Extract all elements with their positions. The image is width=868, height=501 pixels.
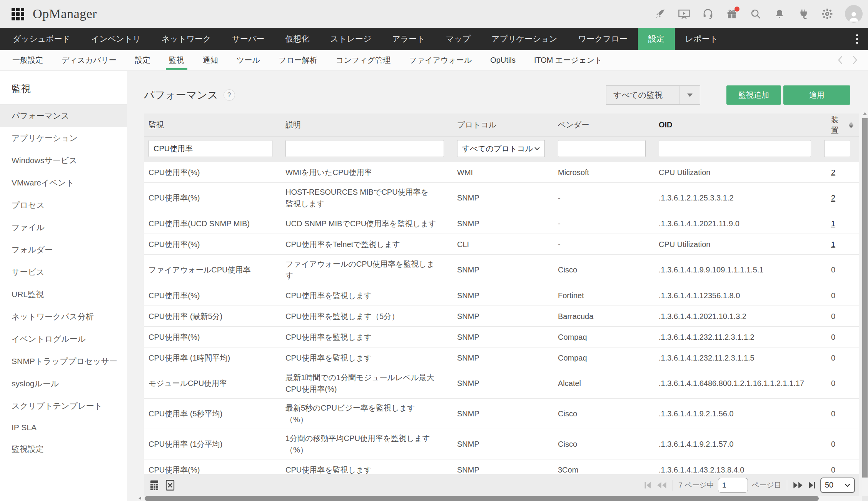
scroll-left-icon[interactable]: [139, 497, 141, 500]
plug-icon[interactable]: [797, 8, 810, 20]
sidebar-item[interactable]: 監視設定: [0, 438, 127, 460]
export-report-icon[interactable]: [149, 479, 159, 491]
subnav-item[interactable]: ディスカバリー: [52, 50, 126, 70]
subnav-item[interactable]: ITOM エージェント: [525, 50, 612, 70]
rocket-icon[interactable]: [654, 8, 666, 20]
table-row[interactable]: モジュールCPU使用率最新1時間での1分間モジュールレベル最大CPU使用率(%)…: [144, 368, 859, 399]
presentation-icon[interactable]: [678, 8, 690, 20]
devices-count-link[interactable]: 1: [831, 219, 835, 228]
search-icon[interactable]: [749, 8, 762, 20]
sidebar-item[interactable]: プロセス: [0, 194, 127, 216]
sort-icon[interactable]: [849, 122, 853, 128]
sidebar-item[interactable]: URL監視: [0, 283, 127, 306]
scroll-up-icon[interactable]: [863, 112, 867, 115]
subnav-item[interactable]: フロー解析: [269, 50, 327, 70]
sidebar-item[interactable]: SNMPトラッププロセッサー: [0, 350, 127, 372]
subnav-item[interactable]: ツール: [227, 50, 269, 70]
cell-text: UCD SNMP MIBでCPU使用率を監視します: [285, 219, 436, 228]
nav-item[interactable]: マップ: [436, 28, 481, 50]
headset-icon[interactable]: [702, 8, 714, 20]
sidebar-item[interactable]: フォルダー: [0, 239, 127, 261]
app-grid-icon[interactable]: [12, 8, 24, 20]
table-row[interactable]: CPU使用率(%)CPU使用率を監視しますSNMPCompaq.1.3.6.1.…: [144, 327, 859, 347]
column-header-oid[interactable]: OID: [654, 120, 820, 129]
column-header-description[interactable]: 説明: [281, 120, 452, 130]
table-row[interactable]: CPU使用率(%)CPU使用率を監視しますSNMPFortinet.1.3.6.…: [144, 285, 859, 306]
sidebar-item[interactable]: Windowsサービス: [0, 149, 127, 172]
last-page-icon[interactable]: [807, 481, 816, 490]
export-excel-icon[interactable]: [165, 479, 175, 491]
column-header-protocol[interactable]: プロトコル: [452, 120, 553, 130]
page-number-input[interactable]: [718, 478, 748, 493]
sidebar-item[interactable]: アプリケーション: [0, 127, 127, 149]
nav-item[interactable]: インベントリ: [81, 28, 151, 50]
nav-item[interactable]: 設定: [638, 28, 675, 50]
devices-count-link[interactable]: 1: [831, 240, 835, 249]
sidebar-item[interactable]: パフォーマンス: [0, 105, 127, 127]
monitor-scope-select[interactable]: すべての監視: [606, 85, 700, 105]
table-row[interactable]: CPU使用率 (1時間平均)CPU使用率を監視しますSNMPCompaq.1.3…: [144, 347, 859, 368]
column-header-monitor[interactable]: 監視: [144, 120, 281, 130]
description-filter-input[interactable]: [285, 140, 444, 157]
prev-page-icon[interactable]: [656, 481, 667, 490]
vendor-filter-input[interactable]: [558, 140, 646, 157]
more-menu-icon[interactable]: [846, 28, 868, 50]
nav-item[interactable]: アプリケーション: [481, 28, 568, 50]
horizontal-scrollbar[interactable]: [137, 496, 862, 501]
column-header-devices[interactable]: 装置: [820, 115, 859, 135]
protocol-filter-select[interactable]: すべてのプロトコル: [457, 140, 545, 157]
subnav-item[interactable]: 一般設定: [3, 50, 52, 70]
subnav-item[interactable]: 設定: [126, 50, 160, 70]
add-monitor-button[interactable]: 監視追加: [726, 85, 781, 105]
table-row[interactable]: ファイアウォールCPU使用率ファイアウォールのCPU使用率を監視しますSNMPC…: [144, 255, 859, 285]
gift-icon[interactable]: [726, 8, 738, 20]
sidebar-item[interactable]: イベントログルール: [0, 328, 127, 350]
sidebar-item[interactable]: ファイル: [0, 216, 127, 239]
nav-item[interactable]: ダッシュボード: [2, 28, 81, 50]
nav-item[interactable]: ストレージ: [320, 28, 382, 50]
sidebar-item[interactable]: IP SLA: [0, 417, 127, 438]
nav-item[interactable]: レポート: [675, 28, 728, 50]
apply-button[interactable]: 適用: [783, 85, 850, 105]
devices-count-link[interactable]: 2: [831, 194, 835, 202]
monitor-filter-input[interactable]: [149, 140, 272, 157]
sidebar-item[interactable]: syslogルール: [0, 372, 127, 395]
sidebar-item[interactable]: スクリプトテンプレート: [0, 395, 127, 417]
subnav-next-icon[interactable]: [852, 55, 858, 65]
table-row[interactable]: CPU使用率 (最新5分)CPU使用率を監視します（5分）SNMPBarracu…: [144, 306, 859, 327]
devices-count-link[interactable]: 2: [831, 168, 835, 177]
vertical-scrollbar-thumb[interactable]: [862, 118, 868, 478]
help-icon[interactable]: ?: [224, 89, 235, 101]
sidebar-item[interactable]: サービス: [0, 261, 127, 283]
subnav-item[interactable]: OpUtils: [481, 50, 525, 70]
table-row[interactable]: CPU使用率(%)WMIを用いたCPU使用率WMIMicrosoftCPU Ut…: [144, 162, 859, 183]
column-header-vendor[interactable]: ベンダー: [553, 120, 654, 130]
page-size-select[interactable]: 50: [820, 478, 855, 493]
next-page-icon[interactable]: [793, 481, 803, 490]
nav-item[interactable]: ワークフロー: [568, 28, 638, 50]
sidebar-item[interactable]: ネットワークパス分析: [0, 306, 127, 328]
nav-item[interactable]: サーバー: [221, 28, 275, 50]
table-row[interactable]: CPU使用率(UCD SNMP MIB)UCD SNMP MIBでCPU使用率を…: [144, 213, 859, 234]
horizontal-scrollbar-thumb[interactable]: [145, 496, 819, 501]
table-row[interactable]: CPU使用率(%)CPU使用率をTelnetで監視しますCLI-CPU Util…: [144, 234, 859, 255]
oid-filter-input[interactable]: [659, 140, 811, 157]
vertical-scrollbar[interactable]: [862, 110, 868, 496]
subnav-item[interactable]: 通知: [194, 50, 227, 70]
table-row[interactable]: CPU使用率 (5秒平均)最新5秒のCPUビジー率を監視します（%）SNMPCi…: [144, 399, 859, 429]
devices-filter-input[interactable]: [824, 140, 850, 157]
subnav-prev-icon[interactable]: [837, 55, 843, 65]
table-row[interactable]: CPU使用率 (1分平均)1分間の移動平均CPU使用率を監視します（%）SNMP…: [144, 429, 859, 459]
gear-icon[interactable]: [821, 8, 833, 20]
nav-item[interactable]: ネットワーク: [151, 28, 221, 50]
first-page-icon[interactable]: [643, 481, 653, 490]
user-avatar[interactable]: [845, 5, 863, 23]
nav-item[interactable]: アラート: [382, 28, 435, 50]
subnav-item[interactable]: コンフィグ管理: [327, 50, 400, 70]
sidebar-item[interactable]: VMwareイベント: [0, 172, 127, 194]
table-row[interactable]: CPU使用率(%)HOST-RESOURCES MIBでCPU使用率を監視します…: [144, 183, 859, 213]
subnav-item[interactable]: 監視: [160, 50, 194, 70]
subnav-item[interactable]: ファイアウォール: [400, 50, 481, 70]
nav-item[interactable]: 仮想化: [275, 28, 320, 50]
bell-icon[interactable]: [773, 8, 786, 20]
